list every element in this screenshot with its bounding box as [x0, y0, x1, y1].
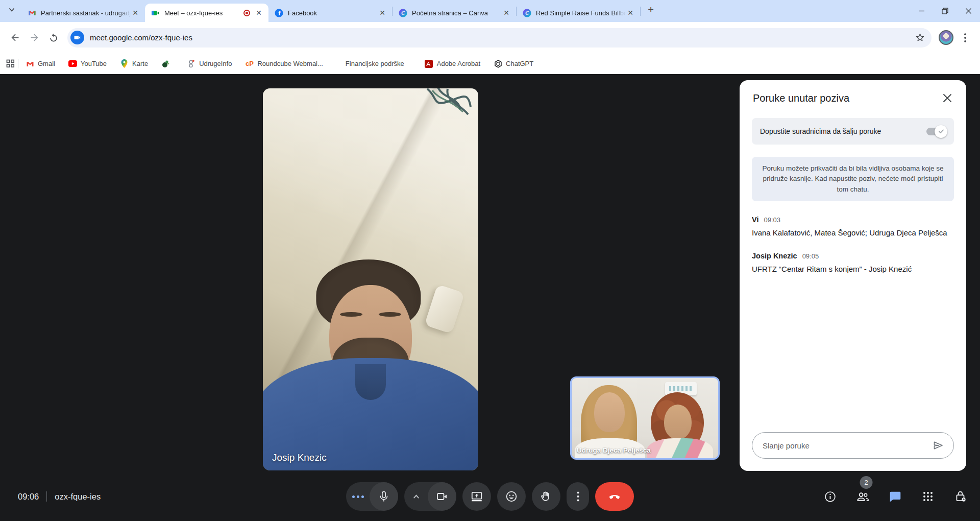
tab-separator — [640, 7, 641, 16]
bookmark-udrugeinfo[interactable]: UdrugeInfo — [187, 59, 232, 68]
bookmark-plant[interactable] — [161, 59, 174, 68]
video-scene-wires — [412, 88, 473, 132]
present-screen-button[interactable] — [462, 482, 491, 511]
camera-control — [404, 482, 456, 511]
tab-title: Partnerski sastanak - udrugadje — [41, 9, 131, 17]
message-time: 09:05 — [802, 252, 819, 260]
meta-divider — [46, 491, 47, 502]
participant-name-label: Josip Knezic — [272, 452, 327, 463]
meeting-side-actions: 2 — [823, 489, 968, 504]
window-restore-button[interactable] — [933, 0, 957, 22]
message-list: Vi 09:03 Ivana Kalafatović, Matea Šegovi… — [752, 216, 954, 432]
mic-control — [346, 482, 398, 511]
reactions-button[interactable] — [497, 482, 526, 511]
participant-name-label: Udruga Djeca Pelješca — [577, 446, 651, 454]
meeting-meta: 09:06 ozx-fque-ies — [18, 491, 101, 502]
message-input[interactable] — [763, 441, 930, 450]
host-controls-button[interactable] — [953, 489, 968, 504]
camera-options-button[interactable] — [404, 493, 428, 501]
message-sender: Vi — [752, 216, 758, 224]
allow-messages-toggle-row[interactable]: Dopustite suradnicima da šalju poruke — [752, 118, 954, 145]
recording-indicator-icon — [243, 10, 250, 16]
camera-button[interactable] — [428, 482, 456, 511]
circles-icon — [187, 59, 195, 68]
tab-facebook[interactable]: f Facebook ✕ — [268, 4, 392, 22]
activities-button[interactable] — [921, 489, 935, 504]
more-vert-icon — [577, 491, 579, 502]
tab-canva-home[interactable]: C Početna stranica – Canva ✕ — [393, 4, 516, 22]
svg-text:C: C — [525, 10, 529, 16]
participants-count-badge: 2 — [860, 476, 873, 489]
more-options-button[interactable] — [567, 482, 589, 511]
send-message-button[interactable] — [930, 437, 946, 454]
browser-tab-bar: Partnerski sastanak - udrugadje ✕ Meet –… — [0, 0, 980, 22]
bookmark-label: UdrugeInfo — [199, 60, 232, 67]
allow-messages-toggle[interactable] — [926, 128, 946, 135]
forward-button[interactable] — [24, 28, 44, 48]
toggle-label: Dopustite suradnicima da šalju poruke — [760, 127, 881, 135]
tab-title: Facebook — [288, 9, 378, 17]
tab-close-icon[interactable]: ✕ — [378, 8, 387, 17]
main-video-tile[interactable]: Josip Knezic — [263, 88, 478, 470]
in-call-messages-panel: Poruke unutar poziva Dopustite suradnici… — [740, 80, 966, 471]
bookmark-karte[interactable]: Karte — [120, 59, 148, 68]
window-controls — [910, 0, 980, 22]
chevron-down-icon — [8, 6, 15, 13]
close-icon[interactable] — [941, 91, 954, 105]
microphone-icon — [378, 490, 390, 503]
svg-text:f: f — [278, 10, 280, 16]
bookmark-star-icon[interactable] — [915, 32, 925, 43]
gmail-icon — [28, 9, 36, 17]
browser-menu-button[interactable] — [958, 33, 973, 42]
microphone-button[interactable] — [370, 482, 398, 511]
message-sender: Josip Knezic — [752, 252, 797, 260]
participants-button[interactable]: 2 — [855, 489, 870, 504]
address-bar[interactable]: meet.google.com/ozx-fque-ies — [67, 28, 932, 48]
apps-grid-icon[interactable] — [6, 59, 15, 68]
bookmark-roundcube[interactable]: cP Roundcube Webmai... — [245, 59, 323, 68]
tab-close-icon[interactable]: ✕ — [626, 8, 635, 17]
grid-dots-icon — [922, 490, 934, 503]
tab-close-icon[interactable]: ✕ — [502, 8, 511, 17]
gmail-icon — [26, 59, 34, 68]
present-screen-icon — [470, 490, 483, 503]
roundcube-icon: cP — [245, 59, 254, 68]
message-time: 09:03 — [764, 216, 780, 224]
chatgpt-icon — [494, 59, 502, 68]
profile-avatar[interactable] — [939, 30, 953, 45]
chat-message: Vi 09:03 Ivana Kalafatović, Matea Šegovi… — [752, 216, 954, 239]
thumbnail-video-tile[interactable]: Udruga Djeca Pelješca — [570, 376, 720, 460]
url-text[interactable]: meet.google.com/ozx-fque-ies — [90, 33, 915, 42]
window-close-button[interactable] — [957, 0, 980, 22]
tab-search-button[interactable] — [4, 2, 19, 17]
tab-close-icon[interactable]: ✕ — [254, 8, 263, 17]
tab-title: Red Simple Raise Funds Billboa — [536, 9, 626, 17]
bookmark-chatgpt[interactable]: ChatGPT — [494, 59, 533, 68]
camera-in-use-icon[interactable] — [70, 31, 84, 44]
bookmarks-separator — [18, 59, 18, 68]
chat-button-active[interactable] — [888, 489, 902, 504]
reload-button[interactable] — [44, 28, 63, 48]
plant-icon — [161, 59, 170, 68]
meeting-details-button[interactable] — [823, 489, 837, 504]
back-button[interactable] — [5, 28, 24, 48]
bookmark-adobe-acrobat[interactable]: Adobe Acrobat — [425, 59, 480, 68]
lock-icon — [954, 490, 967, 503]
tab-meet-active[interactable]: Meet – ozx-fque-ies ✕ — [145, 4, 268, 22]
bookmark-gmail[interactable]: Gmail — [26, 59, 55, 68]
raise-hand-button[interactable] — [532, 482, 560, 511]
people-icon — [856, 490, 870, 504]
tab-partnerski-sastanak[interactable]: Partnerski sastanak - udrugadje ✕ — [21, 4, 145, 22]
tab-title: Početna stranica – Canva — [412, 9, 502, 17]
info-icon — [824, 490, 837, 503]
new-tab-button[interactable]: + — [644, 3, 658, 17]
bookmark-financijske-podrske[interactable]: Financijske podrške — [346, 60, 404, 67]
raised-hand-icon — [540, 490, 553, 503]
bookmark-youtube[interactable]: YouTube — [68, 59, 107, 68]
end-call-button[interactable] — [595, 482, 634, 511]
tab-close-icon[interactable]: ✕ — [131, 8, 140, 17]
bookmark-label: Gmail — [38, 60, 55, 67]
tab-title: Meet – ozx-fque-ies — [164, 9, 242, 17]
tab-canva-design[interactable]: C Red Simple Raise Funds Billboa ✕ — [517, 4, 640, 22]
window-minimize-button[interactable] — [910, 0, 933, 22]
